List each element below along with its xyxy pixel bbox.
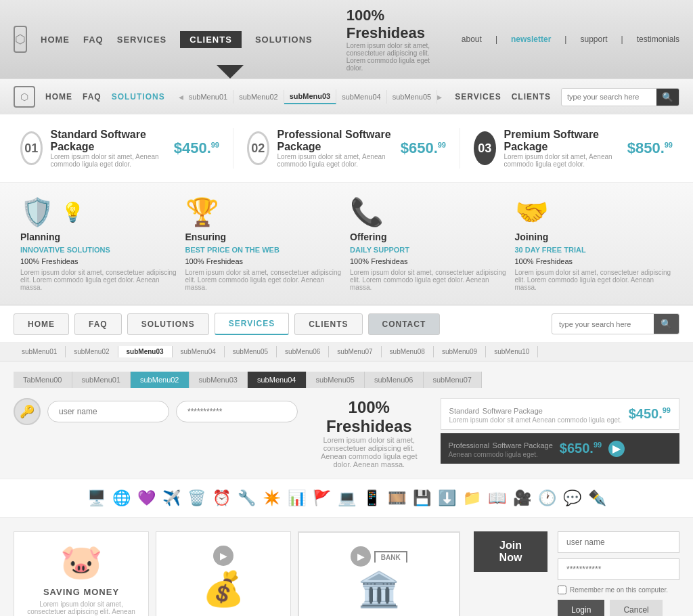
submenu-row-8[interactable]: subMenu08 [382,346,434,357]
join-username-input[interactable] [558,531,679,553]
pricing-info-3: Premium Software Package Lorem ipsum dol… [504,129,619,168]
nav2-faq[interactable]: FAQ [83,92,102,102]
nav5-faq[interactable]: FAQ [74,313,122,335]
nav5-contact[interactable]: CONTACT [368,313,441,335]
pricing-price-1: $450.99 [174,139,219,157]
paper-plane-icon[interactable]: ✈️ [162,489,181,507]
shield-icon: 🛡️ [20,196,54,228]
feature-subtitle-3: DAILY SUPPORT [350,246,508,254]
nav2-search-button[interactable]: 🔍 [656,89,679,106]
feature-offering: 📞 Offering DAILY SUPPORT 100% Freshideas… [350,196,508,291]
clock-icon[interactable]: ⏰ [213,489,231,507]
second-nav: ⬡ HOME FAQ SOLUTIONS ◂ subMenu01 subMenu… [0,79,693,114]
nav1-solutions[interactable]: SOLUTIONS [255,35,313,45]
laptop-icon[interactable]: 💻 [338,489,356,507]
cancel-button[interactable]: Cancel [610,600,662,616]
tab-6[interactable]: subMenu06 [365,372,424,388]
chart-icon[interactable]: 📊 [288,489,306,507]
book-icon[interactable]: 📖 [488,489,506,507]
join-now-button[interactable]: Join Now [474,531,547,572]
submenu-item-4[interactable]: subMenu04 [336,90,387,104]
nav5-search-input[interactable] [552,315,654,333]
password-input[interactable] [176,401,298,422]
nav5-home[interactable]: HOME [14,313,69,335]
tab-0[interactable]: TabMenu00 [14,372,72,388]
flag-icon[interactable]: 🚩 [313,489,331,507]
submenu-row-4[interactable]: subMenu04 [173,346,225,357]
nav1-testimonials[interactable]: testimonials [637,35,679,44]
nav1-about[interactable]: about [462,35,482,44]
feature-desc-2: 100% Freshideas [185,257,344,265]
tab-2[interactable]: subMenu02 [131,372,189,388]
nav5-search-button[interactable]: 🔍 [654,314,679,334]
feature-title-3: Offering [350,232,508,242]
nav2-clients[interactable]: CLIENTS [512,92,551,102]
feature-title-1: Planning [20,232,179,242]
submenu-item-3[interactable]: subMenu03 [284,89,337,104]
nav2-home[interactable]: HOME [45,92,72,102]
tab-4[interactable]: subMenu04 [248,372,307,388]
submenu-row-9[interactable]: subMenu09 [434,346,486,357]
film-icon[interactable]: 🎞️ [388,489,406,507]
tools-icon[interactable]: 🔧 [238,489,256,507]
tab-1[interactable]: subMenu01 [72,372,131,388]
submenu-item-5[interactable]: subMenu05 [387,90,438,104]
submenu-item-2[interactable]: subMenu02 [233,90,284,104]
play-button-3[interactable]: ▶ [351,546,371,567]
nav1-faq[interactable]: FAQ [83,35,104,45]
submenu-row-7[interactable]: subMenu07 [329,346,381,357]
download-icon[interactable]: ⬇️ [438,489,456,507]
mobile-icon[interactable]: 📱 [363,489,381,507]
handshake-icon: 🤝 [515,196,673,228]
heart-icon[interactable]: 💜 [137,489,156,507]
username-input[interactable] [47,401,169,422]
nav2-solutions[interactable]: SOLUTIONS [112,92,165,102]
logo-icon[interactable]: ⬡ [14,26,27,53]
folder-icon[interactable]: 📁 [463,489,481,507]
tab-7[interactable]: subMenu07 [424,372,483,388]
nav1-clients[interactable]: CLIENTS [180,31,242,48]
nav1-support[interactable]: support [580,35,607,44]
nav1-home[interactable]: HOME [41,35,70,45]
play-button-2[interactable]: ▶ [213,546,233,566]
nav5-solutions[interactable]: SOLUTIONS [127,313,209,335]
submenu-row-1[interactable]: subMenu01 [14,346,66,357]
submenu-row-5[interactable]: subMenu05 [225,346,277,357]
login-button[interactable]: Login [558,600,604,616]
join-form: Remember me on this computer. Login Canc… [558,531,679,616]
nav2-services[interactable]: SERVICES [455,92,501,102]
submenu-row-6[interactable]: subMenu06 [277,346,329,357]
submenu-row-3[interactable]: subMenu03 [118,346,173,357]
globe-icon[interactable]: 🌐 [112,489,131,507]
feature-title-2: Ensuring [185,232,344,242]
play-icon[interactable]: ▶ [608,441,625,457]
pricing-price-3: $850.99 [627,139,673,157]
feature-detail-1: Lorem ipsum dolor sit amet, consectetuer… [20,269,179,291]
nav1-services[interactable]: SERVICES [117,35,167,45]
nav5-services[interactable]: SERVICES [215,313,289,335]
nav5-clients[interactable]: CLIENTS [294,313,362,335]
submenu-item-1[interactable]: subMenu01 [183,90,234,104]
tab-3[interactable]: subMenu03 [189,372,248,388]
trash-icon[interactable]: 🗑️ [187,489,206,507]
feature-desc-1: 100% Freshideas [20,257,179,265]
phone-icon: 📞 [350,196,508,228]
join-password-input[interactable] [558,558,679,580]
nav2-search-input[interactable] [562,89,656,104]
remember-checkbox[interactable] [558,586,566,594]
submenu-row-2[interactable]: subMenu02 [66,346,118,357]
nav1-newsletter[interactable]: newsletter [511,35,551,44]
pen-icon[interactable]: ✒️ [588,489,606,507]
submenu-left-arrow[interactable]: ◂ [179,91,183,102]
monitor-icon[interactable]: 🖥️ [87,489,106,507]
submenu-row-10[interactable]: subMenu10 [486,346,538,357]
tab-5[interactable]: subMenu05 [307,372,365,388]
time-icon[interactable]: 🕐 [538,489,556,507]
star-icon[interactable]: ✴️ [263,489,281,507]
submenu-right-arrow[interactable]: ▸ [437,91,442,102]
chat-icon[interactable]: 💬 [563,489,581,507]
floppy-icon[interactable]: 💾 [413,489,431,507]
logo2-icon[interactable]: ⬡ [14,86,35,108]
video-icon[interactable]: 🎥 [513,489,531,507]
icons-section: 🖥️ 🌐 💜 ✈️ 🗑️ ⏰ 🔧 ✴️ 📊 🚩 💻 📱 🎞️ 💾 ⬇️ 📁 📖 … [0,479,693,518]
